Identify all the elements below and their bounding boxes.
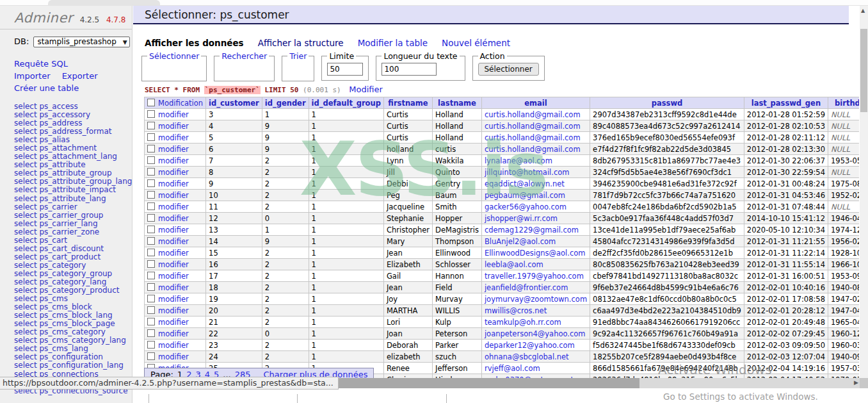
email-link[interactable]: ohnana@sbcglobal.net <box>485 352 569 361</box>
sidebar-table-link[interactable]: select ps_category_product <box>14 286 120 295</box>
row-checkbox[interactable] <box>147 202 155 210</box>
tab-show-data[interactable]: Afficher les données <box>145 38 244 48</box>
sidebar-table-link[interactable]: select ps_carrier <box>14 202 77 211</box>
row-checkbox[interactable] <box>147 272 155 279</box>
modifier-link[interactable]: modifier <box>158 133 189 142</box>
email-link[interactable]: pegbaum@gmail.com <box>485 191 565 200</box>
sidebar-table-link[interactable]: select ps_address <box>14 119 82 127</box>
sidebar-table-link[interactable]: select ps_cms_category <box>14 327 106 336</box>
sidebar-table-link[interactable]: select ps_cms_category_lang <box>14 336 126 345</box>
vertical-scrollbar[interactable]: ▲ ▼ <box>860 6 868 386</box>
modifier-link[interactable]: modifier <box>158 318 189 327</box>
row-checkbox[interactable] <box>147 133 155 141</box>
modifier-link[interactable]: modifier <box>158 306 189 315</box>
modifier-link[interactable]: modifier <box>158 341 189 350</box>
email-link[interactable]: jeanfield@frontier.com <box>485 283 568 292</box>
sort-by-lastname[interactable]: lastname <box>438 99 476 108</box>
row-checkbox[interactable] <box>147 318 155 325</box>
email-link[interactable]: curtis.holland@gmail.com <box>485 110 581 119</box>
email-link[interactable]: cdemag1229@gmail.com <box>485 226 579 234</box>
sort-link[interactable]: Trier <box>289 51 307 61</box>
row-checkbox[interactable] <box>147 191 155 199</box>
sidebar-table-link[interactable]: select ps_cms_block <box>14 302 92 311</box>
modifier-link[interactable]: modifier <box>158 272 189 281</box>
sql-query-link[interactable]: Requête SQL <box>14 59 68 69</box>
sort-by-firstname[interactable]: firstname <box>388 99 428 108</box>
email-link[interactable]: joanpeterson4@yahoo.com <box>485 329 586 338</box>
email-link[interactable]: jillquinto@hotmail.com <box>485 168 570 177</box>
sidebar-table-link[interactable]: select ps_cart <box>14 236 67 245</box>
email-link[interactable]: traveller.1979@yahoo.com <box>485 272 584 281</box>
view-tab-1[interactable]: Afficher la structure <box>258 38 344 48</box>
db-select[interactable]: stamplis_prestashop ▼ <box>33 37 129 47</box>
modifier-link[interactable]: modifier <box>158 191 189 200</box>
sidebar-table-link[interactable]: select ps_cms_block_lang <box>14 311 113 320</box>
sort-by-last_passwd_gen[interactable]: last_passwd_gen <box>751 99 821 108</box>
row-checkbox[interactable] <box>147 214 155 222</box>
sidebar-table-link[interactable]: select ps_attribute <box>14 160 86 169</box>
import-link[interactable]: Importer <box>14 71 51 81</box>
row-checkbox[interactable] <box>147 306 155 314</box>
vertical-scrollbar-thumb[interactable] <box>860 29 867 112</box>
sidebar-table-link[interactable]: select ps_category_lang <box>14 277 106 286</box>
sidebar-table-link[interactable]: select ps_configuration_lang <box>14 361 124 370</box>
modifier-link[interactable]: modifier <box>158 179 189 188</box>
modifier-link[interactable]: modifier <box>158 145 189 154</box>
modifier-link[interactable]: modifier <box>158 110 189 119</box>
sidebar-table-link[interactable]: select ps_address_format <box>14 127 112 136</box>
modifier-link[interactable]: modifier <box>158 352 189 361</box>
select-submit-button[interactable]: Sélectionner <box>478 63 539 76</box>
email-link[interactable]: EllinwoodDesigns@aol.com <box>485 249 586 258</box>
row-checkbox[interactable] <box>147 145 155 152</box>
modifier-link[interactable]: modifier <box>158 202 189 211</box>
sort-by-id_default_group[interactable]: id_default_group <box>312 99 381 108</box>
email-link[interactable]: leebla@aol.com <box>485 260 543 269</box>
sort-by-birthday[interactable]: birthday <box>835 99 859 108</box>
row-checkbox[interactable] <box>147 260 155 268</box>
row-checkbox[interactable] <box>147 168 155 176</box>
limit-input[interactable] <box>327 63 363 76</box>
modifier-link[interactable]: modifier <box>158 295 189 304</box>
row-checkbox[interactable] <box>147 341 155 349</box>
export-link[interactable]: Exporter <box>62 71 98 81</box>
sidebar-table-link[interactable]: select ps_carrier_group <box>14 211 103 220</box>
sidebar-table-link[interactable]: select ps_alias <box>14 135 70 144</box>
modifier-link[interactable]: modifier <box>158 214 189 223</box>
modification-header-link[interactable]: Modification <box>158 99 203 108</box>
modifier-link[interactable]: modifier <box>158 260 189 269</box>
modifier-link[interactable]: modifier <box>158 329 189 338</box>
modifier-link[interactable]: modifier <box>158 237 189 246</box>
sidebar-table-link[interactable]: select ps_attribute_lang <box>14 194 106 203</box>
sidebar-table-link[interactable]: select ps_cart_product <box>14 252 100 261</box>
sidebar-table-link[interactable]: select ps_cms_block_page <box>14 319 115 328</box>
row-checkbox[interactable] <box>147 179 155 187</box>
sort-by-passwd[interactable]: passwd <box>652 99 683 108</box>
view-tab-2[interactable]: Modifier la table <box>358 38 428 48</box>
row-checkbox[interactable] <box>147 249 155 256</box>
sort-by-id_customer[interactable]: id_customer <box>209 99 259 108</box>
row-checkbox[interactable] <box>147 237 155 245</box>
sidebar-table-link[interactable]: select ps_carrier_zone <box>14 227 99 236</box>
sidebar-table-link[interactable]: select ps_attribute_group <box>14 169 112 177</box>
sort-by-id_gender[interactable]: id_gender <box>265 99 306 108</box>
row-checkbox[interactable] <box>147 329 155 337</box>
adminer-new-version-link[interactable]: 4.7.8 <box>106 15 126 24</box>
sidebar-table-link[interactable]: select ps_category_group <box>14 269 112 278</box>
email-link[interactable]: BluAnjel2@aol.com <box>485 237 556 246</box>
email-link[interactable]: joymurvay@zoomtown.com <box>485 295 587 304</box>
sidebar-table-link[interactable]: select ps_attachment <box>14 144 97 152</box>
create-table-link[interactable]: Créer une table <box>14 83 79 93</box>
sidebar-table-link[interactable]: select ps_accessory <box>14 110 90 119</box>
email-link[interactable]: curtis.holland@gmail.com <box>485 145 581 154</box>
email-link[interactable]: deparker12@yahoo.com <box>485 341 575 350</box>
text-length-input[interactable] <box>382 63 437 76</box>
adminer-logo-text[interactable]: Adminer <box>14 10 73 26</box>
sidebar-table-link[interactable]: select ps_cms_lang <box>14 344 88 353</box>
row-checkbox[interactable] <box>147 110 155 118</box>
scroll-right-icon[interactable]: ▶ <box>854 379 858 386</box>
modifier-link[interactable]: modifier <box>158 122 189 131</box>
email-link[interactable]: curtis.holland@gmail.com <box>485 122 581 131</box>
sidebar-table-link[interactable]: select ps_access <box>14 102 78 111</box>
email-link[interactable]: eqaddict@alowyn.net <box>485 179 565 188</box>
sidebar-table-link[interactable]: select ps_carrier_lang <box>14 219 98 228</box>
